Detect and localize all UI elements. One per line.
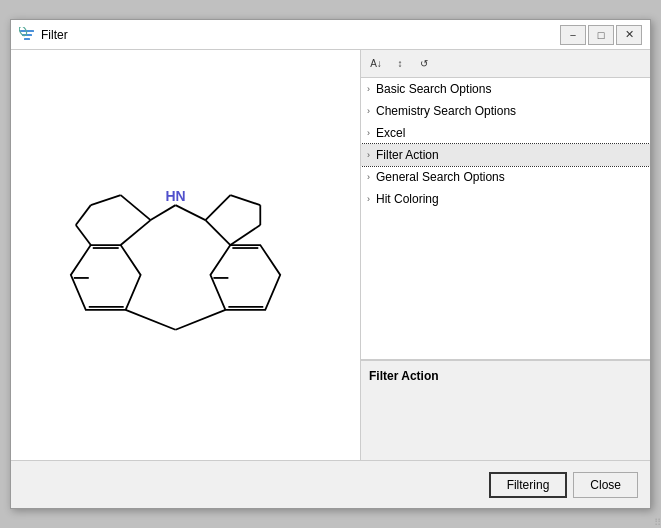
maximize-button[interactable]: □	[588, 25, 614, 45]
filter-icon	[19, 27, 35, 43]
filter-window: Filter − □ ✕	[10, 19, 651, 509]
hn-label: HN	[166, 188, 186, 204]
molecule-diagram: HN	[11, 50, 360, 460]
svg-line-25	[176, 310, 226, 330]
option-label: Basic Search Options	[376, 82, 491, 96]
option-hit-coloring[interactable]: › Hit Coloring	[361, 188, 650, 210]
bottom-bar: Filtering Close ⠿	[11, 460, 650, 508]
minimize-button[interactable]: −	[560, 25, 586, 45]
sort-button[interactable]: ↕	[389, 53, 411, 75]
filter-action-label: Filter Action	[369, 369, 642, 383]
option-excel[interactable]: › Excel	[361, 122, 650, 144]
close-window-button[interactable]: ✕	[616, 25, 642, 45]
option-label: Hit Coloring	[376, 192, 439, 206]
chevron-icon: ›	[367, 106, 370, 116]
svg-line-22	[230, 195, 260, 205]
svg-line-12	[121, 220, 151, 245]
resize-handle[interactable]: ⠿	[649, 516, 661, 528]
title-bar: Filter − □ ✕	[11, 20, 650, 50]
filter-action-section: Filter Action	[361, 360, 650, 460]
window-controls: − □ ✕	[560, 25, 642, 45]
option-chemistry-search[interactable]: › Chemistry Search Options	[361, 100, 650, 122]
filtering-button[interactable]: Filtering	[489, 472, 568, 498]
sort-alpha-button[interactable]: A↓	[365, 53, 387, 75]
option-label: Chemistry Search Options	[376, 104, 516, 118]
molecule-panel: HN	[11, 50, 361, 460]
svg-line-18	[91, 195, 121, 205]
reset-button[interactable]: ↺	[413, 53, 435, 75]
close-button[interactable]: Close	[573, 472, 638, 498]
sort-icon: ↕	[398, 58, 403, 69]
svg-line-24	[126, 310, 176, 330]
option-label: Excel	[376, 126, 405, 140]
svg-line-13	[151, 205, 176, 220]
option-general-search[interactable]: › General Search Options	[361, 166, 650, 188]
svg-rect-2	[24, 38, 30, 40]
svg-line-15	[205, 220, 230, 245]
option-basic-search[interactable]: › Basic Search Options	[361, 78, 650, 100]
svg-line-20	[230, 225, 260, 245]
svg-line-19	[121, 195, 151, 220]
option-filter-action[interactable]: › Filter Action	[361, 144, 650, 166]
svg-line-16	[76, 225, 91, 245]
chevron-icon: ›	[367, 150, 370, 160]
content-area: HN A↓ ↕ ↺ › Basic Search Op	[11, 50, 650, 460]
window-title: Filter	[41, 28, 560, 42]
right-panel: A↓ ↕ ↺ › Basic Search Options › Chemistr…	[361, 50, 650, 460]
option-label: General Search Options	[376, 170, 505, 184]
svg-line-14	[176, 205, 206, 220]
chevron-icon: ›	[367, 172, 370, 182]
reset-icon: ↺	[420, 58, 428, 69]
svg-line-17	[76, 205, 91, 225]
options-list: › Basic Search Options › Chemistry Searc…	[361, 78, 650, 360]
chevron-icon: ›	[367, 194, 370, 204]
svg-line-23	[205, 195, 230, 220]
options-toolbar: A↓ ↕ ↺	[361, 50, 650, 78]
chevron-icon: ›	[367, 128, 370, 138]
option-label: Filter Action	[376, 148, 439, 162]
sort-alpha-icon: A↓	[370, 58, 382, 69]
chevron-icon: ›	[367, 84, 370, 94]
